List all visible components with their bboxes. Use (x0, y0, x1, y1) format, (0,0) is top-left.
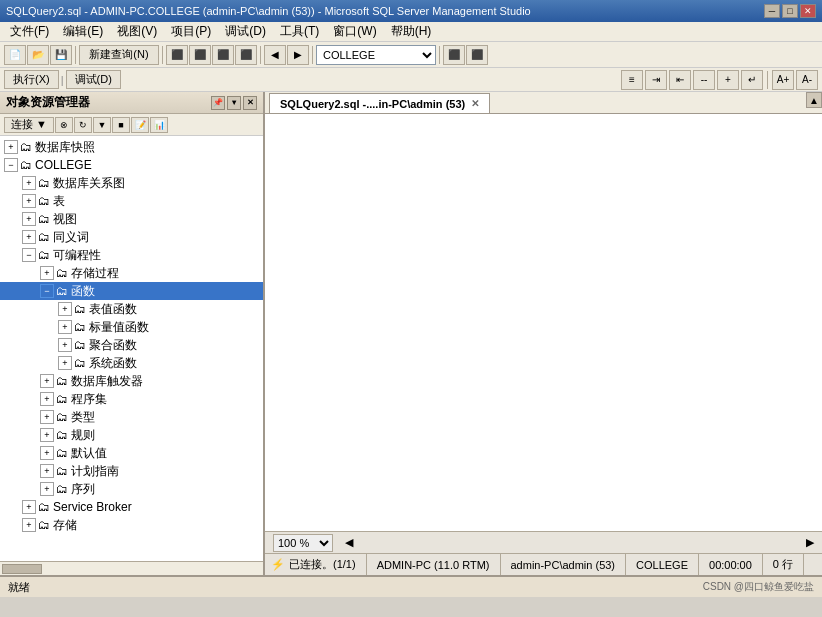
expand-college[interactable]: − (4, 158, 18, 172)
expand-tables[interactable]: + (22, 194, 36, 208)
menu-view[interactable]: 视图(V) (111, 22, 163, 41)
btn6[interactable]: ⬛ (235, 45, 257, 65)
execute-button[interactable]: 执行(X) (4, 70, 59, 89)
tree-item-table-funcs[interactable]: + 🗂 表值函数 (0, 300, 263, 318)
tree-item-sequences[interactable]: + 🗂 序列 (0, 480, 263, 498)
tab-label: SQLQuery2.sql -....in-PC\admin (53) (280, 98, 465, 110)
tree-item-assemblies[interactable]: + 🗂 程序集 (0, 390, 263, 408)
tab-close-btn[interactable]: ✕ (471, 98, 479, 109)
expand-views[interactable]: + (22, 212, 36, 226)
tree-item-types[interactable]: + 🗂 类型 (0, 408, 263, 426)
font-size-down[interactable]: A- (796, 70, 818, 90)
panel-menu-button[interactable]: ▾ (227, 96, 241, 110)
word-wrap-btn[interactable]: ↵ (741, 70, 763, 90)
tree-item-storage[interactable]: + 🗂 存储 (0, 516, 263, 534)
h-scrollbar[interactable] (0, 561, 263, 575)
tree-item-scalar-funcs[interactable]: + 🗂 标量值函数 (0, 318, 263, 336)
expand-plans[interactable]: + (40, 464, 54, 478)
expand-prog[interactable]: − (22, 248, 36, 262)
uncomment-btn[interactable]: + (717, 70, 739, 90)
tree-item-functions[interactable]: − 🗂 函数 (0, 282, 263, 300)
expand-rules[interactable]: + (40, 428, 54, 442)
expand-defaults[interactable]: + (40, 446, 54, 460)
btn5[interactable]: ⬛ (212, 45, 234, 65)
tree-item-defaults[interactable]: + 🗂 默认值 (0, 444, 263, 462)
align-btn[interactable]: ≡ (621, 70, 643, 90)
menu-window[interactable]: 窗口(W) (327, 22, 382, 41)
sep3 (260, 46, 261, 64)
expand-synonyms[interactable]: + (22, 230, 36, 244)
scroll-up-btn[interactable]: ▲ (806, 92, 822, 108)
tree-item-prog[interactable]: − 🗂 可编程性 (0, 246, 263, 264)
expand-functions[interactable]: − (40, 284, 54, 298)
h-scroll-thumb[interactable] (2, 564, 42, 574)
expand-types[interactable]: + (40, 410, 54, 424)
tab-query2[interactable]: SQLQuery2.sql -....in-PC\admin (53) ✕ (269, 93, 490, 113)
open-btn[interactable]: 📂 (27, 45, 49, 65)
font-size-up[interactable]: A+ (772, 70, 794, 90)
menu-help[interactable]: 帮助(H) (385, 22, 438, 41)
tree-item-tables[interactable]: + 🗂 表 (0, 192, 263, 210)
debug-button[interactable]: 调试(D) (66, 70, 121, 89)
report-btn[interactable]: 📊 (150, 117, 168, 133)
database-selector[interactable]: COLLEGE (316, 45, 436, 65)
folder-icon-stored-procs: 🗂 (56, 266, 68, 280)
expand-stored-procs[interactable]: + (40, 266, 54, 280)
tree-item-shortcuts[interactable]: + 🗂 数据库快照 (0, 138, 263, 156)
zoom-selector[interactable]: 100 % (273, 534, 333, 552)
new-query-tree-btn[interactable]: 📝 (131, 117, 149, 133)
query-editor[interactable] (265, 114, 822, 531)
tree-item-rules[interactable]: + 🗂 规则 (0, 426, 263, 444)
expand-aggregate-funcs[interactable]: + (58, 338, 72, 352)
menu-tools[interactable]: 工具(T) (274, 22, 325, 41)
menu-project[interactable]: 项目(P) (165, 22, 217, 41)
save-btn[interactable]: 💾 (50, 45, 72, 65)
expand-storage[interactable]: + (22, 518, 36, 532)
connect-button[interactable]: 连接 ▼ (4, 117, 54, 133)
expand-triggers[interactable]: + (40, 374, 54, 388)
new-file-btn[interactable]: 📄 (4, 45, 26, 65)
minimize-button[interactable]: ─ (764, 4, 780, 18)
object-tree[interactable]: + 🗂 数据库快照 − 🗂 COLLEGE + 🗂 数据库关系图 + 🗂 表 (0, 136, 263, 561)
tree-item-stored-procs[interactable]: + 🗂 存储过程 (0, 264, 263, 282)
filter-btn[interactable]: ▼ (93, 117, 111, 133)
expand-assemblies[interactable]: + (40, 392, 54, 406)
refresh-btn[interactable]: ↻ (74, 117, 92, 133)
panel-close-button[interactable]: ✕ (243, 96, 257, 110)
tree-item-dbdiagram[interactable]: + 🗂 数据库关系图 (0, 174, 263, 192)
expand-system-funcs[interactable]: + (58, 356, 72, 370)
close-button[interactable]: ✕ (800, 4, 816, 18)
menu-edit[interactable]: 编辑(E) (57, 22, 109, 41)
btn4[interactable]: ⬛ (189, 45, 211, 65)
expand-table-funcs[interactable]: + (58, 302, 72, 316)
expand-scalar-funcs[interactable]: + (58, 320, 72, 334)
tree-item-system-funcs[interactable]: + 🗂 系统函数 (0, 354, 263, 372)
tree-item-college[interactable]: − 🗂 COLLEGE (0, 156, 263, 174)
pin-button[interactable]: 📌 (211, 96, 225, 110)
btn9[interactable]: ⬛ (443, 45, 465, 65)
tree-item-service-broker[interactable]: + 🗂 Service Broker (0, 498, 263, 516)
menu-debug[interactable]: 调试(D) (219, 22, 272, 41)
tree-item-views[interactable]: + 🗂 视图 (0, 210, 263, 228)
comment-btn[interactable]: -- (693, 70, 715, 90)
tree-item-synonyms[interactable]: + 🗂 同义词 (0, 228, 263, 246)
indent-btn[interactable]: ⇥ (645, 70, 667, 90)
tree-item-triggers[interactable]: + 🗂 数据库触发器 (0, 372, 263, 390)
new-query-btn[interactable]: 新建查询(N) (79, 45, 159, 65)
maximize-button[interactable]: □ (782, 4, 798, 18)
tree-item-aggregate-funcs[interactable]: + 🗂 聚合函数 (0, 336, 263, 354)
tree-item-plans[interactable]: + 🗂 计划指南 (0, 462, 263, 480)
expand-shortcuts[interactable]: + (4, 140, 18, 154)
expand-sequences[interactable]: + (40, 482, 54, 496)
btn3[interactable]: ⬛ (166, 45, 188, 65)
btn10[interactable]: ⬛ (466, 45, 488, 65)
expand-service-broker[interactable]: + (22, 500, 36, 514)
menu-file[interactable]: 文件(F) (4, 22, 55, 41)
tab-bar: SQLQuery2.sql -....in-PC\admin (53) ✕ (265, 92, 822, 114)
outdent-btn[interactable]: ⇤ (669, 70, 691, 90)
expand-dbdiagram[interactable]: + (22, 176, 36, 190)
btn8[interactable]: ▶ (287, 45, 309, 65)
stop-btn[interactable]: ■ (112, 117, 130, 133)
disconnect-btn[interactable]: ⊗ (55, 117, 73, 133)
btn7[interactable]: ◀ (264, 45, 286, 65)
